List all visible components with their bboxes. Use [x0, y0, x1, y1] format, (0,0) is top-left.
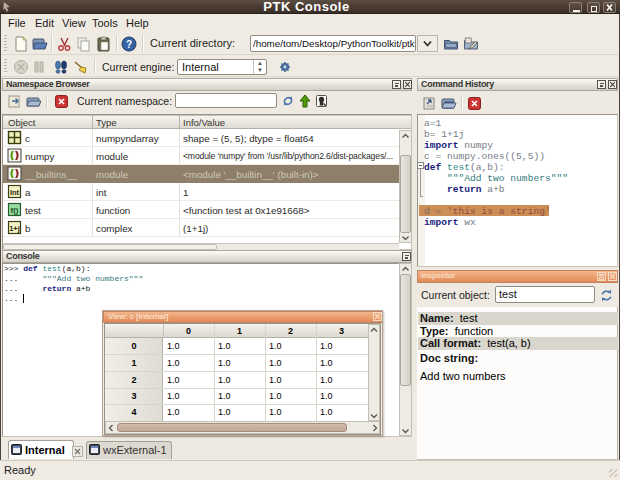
svg-text:Int: Int	[10, 188, 20, 197]
svg-text:1+j: 1+j	[9, 224, 20, 233]
svg-text:?: ?	[126, 39, 132, 50]
svg-text:f(): f()	[11, 206, 19, 215]
